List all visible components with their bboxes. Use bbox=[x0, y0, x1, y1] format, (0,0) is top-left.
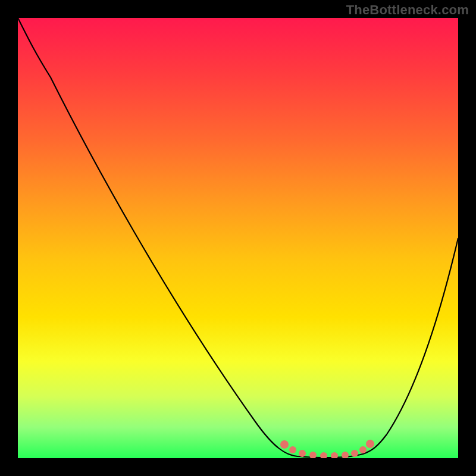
svg-point-1 bbox=[289, 446, 296, 453]
svg-point-6 bbox=[342, 452, 349, 458]
svg-point-9 bbox=[366, 440, 374, 448]
svg-point-7 bbox=[351, 450, 358, 457]
svg-point-8 bbox=[359, 446, 367, 453]
watermark-text: TheBottleneck.com bbox=[346, 2, 469, 18]
svg-point-3 bbox=[309, 452, 317, 458]
bottleneck-curve bbox=[18, 18, 458, 458]
svg-point-0 bbox=[280, 440, 289, 449]
svg-point-5 bbox=[331, 452, 338, 458]
svg-point-2 bbox=[299, 450, 306, 457]
chart-frame: TheBottleneck.com bbox=[0, 0, 476, 476]
curve-path bbox=[18, 18, 458, 458]
svg-point-4 bbox=[320, 452, 327, 458]
